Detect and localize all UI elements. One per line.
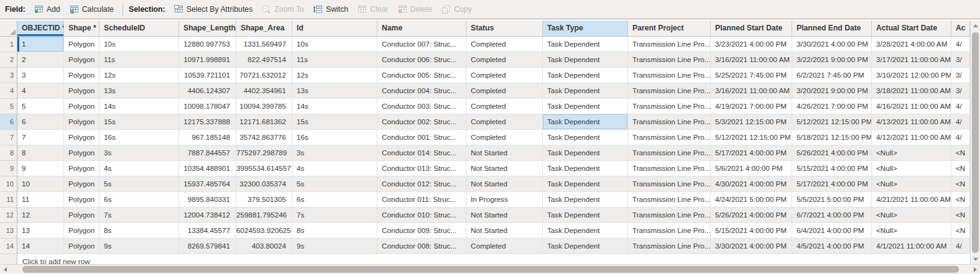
cell-shape_area[interactable]: 6024593.920625 bbox=[236, 223, 292, 239]
cell-actual_end[interactable]: <N bbox=[951, 208, 970, 223]
cell-objectid[interactable]: 13 bbox=[17, 223, 64, 239]
cell-status[interactable]: Not Started bbox=[466, 223, 543, 239]
cell-task_type[interactable]: Task Dependent bbox=[543, 99, 628, 114]
cell-schedule_id[interactable]: 16s bbox=[99, 130, 179, 145]
cell-name[interactable]: Conductor 004: Struc... bbox=[377, 83, 466, 99]
cell-shape[interactable]: Polygon bbox=[64, 176, 99, 192]
cell-actual_end[interactable]: <N bbox=[951, 223, 970, 239]
cell-objectid[interactable]: 4 bbox=[17, 83, 64, 99]
cell-planned_end[interactable]: 5/26/2021 4:00:00 PM bbox=[792, 145, 872, 161]
cell-task_type[interactable]: Task Dependent bbox=[543, 68, 628, 83]
cell-parent_project[interactable]: Transmission Line Pro... bbox=[628, 130, 711, 145]
scroll-up-arrow-icon[interactable] bbox=[971, 21, 980, 30]
cell-actual_start[interactable]: 3/18/2021 11:00:00 AM bbox=[872, 83, 951, 99]
cell-task_type[interactable]: Task Dependent bbox=[543, 114, 628, 130]
cell-actual_end[interactable]: <N bbox=[951, 161, 970, 176]
cell-task_type[interactable]: Task Dependent bbox=[543, 52, 628, 68]
row-number[interactable]: 8 bbox=[0, 145, 17, 161]
cell-id[interactable]: 11s bbox=[292, 52, 377, 68]
cell-planned_end[interactable]: 5/17/2021 4:00:00 PM bbox=[792, 176, 872, 192]
cell-planned_end[interactable]: 4/5/2021 4:00:00 PM bbox=[792, 239, 872, 254]
scroll-left-arrow-icon[interactable] bbox=[0, 265, 10, 274]
row-number[interactable]: 6 bbox=[0, 114, 17, 130]
column-header-objectid[interactable]: OBJECTID * bbox=[17, 21, 64, 37]
cell-parent_project[interactable]: Transmission Line Pro... bbox=[628, 192, 711, 208]
column-header-shape_length[interactable]: Shape_Length bbox=[179, 21, 236, 37]
cell-planned_end[interactable]: 5/5/2021 5:00:00 PM bbox=[792, 192, 872, 208]
cell-name[interactable]: Conductor 011: Struc... bbox=[377, 192, 466, 208]
cell-status[interactable]: Completed bbox=[466, 68, 543, 83]
cell-shape_length[interactable]: 12175.337888 bbox=[179, 114, 236, 130]
cell-shape_length[interactable]: 15937.485764 bbox=[179, 176, 236, 192]
cell-status[interactable]: Completed bbox=[466, 37, 543, 52]
cell-status[interactable]: Not Started bbox=[466, 208, 543, 223]
cell-planned_end[interactable]: 6/2/2021 7:45:00 PM bbox=[792, 68, 872, 83]
cell-task_type[interactable]: Task Dependent bbox=[543, 176, 628, 192]
cell-objectid[interactable]: 7 bbox=[17, 130, 64, 145]
vertical-scrollbar-thumb[interactable] bbox=[972, 32, 979, 253]
cell-shape_area[interactable]: 775297.298789 bbox=[236, 145, 292, 161]
add-button[interactable]: Add bbox=[29, 2, 65, 16]
cell-planned_start[interactable]: 5/17/2021 4:00:00 PM bbox=[711, 145, 792, 161]
cell-shape_area[interactable]: 1331.569497 bbox=[236, 37, 292, 52]
cell-id[interactable]: 16s bbox=[292, 130, 377, 145]
cell-parent_project[interactable]: Transmission Line Pro... bbox=[628, 37, 711, 52]
cell-parent_project[interactable]: Transmission Line Pro... bbox=[628, 223, 711, 239]
cell-shape_length[interactable]: 13384.45577 bbox=[179, 223, 236, 239]
cell-actual_start[interactable]: <Null> bbox=[872, 145, 951, 161]
cell-objectid[interactable]: 14 bbox=[17, 239, 64, 254]
cell-planned_end[interactable]: 3/20/2021 9:00:00 PM bbox=[792, 83, 872, 99]
cell-shape_area[interactable]: 379.501305 bbox=[236, 192, 292, 208]
cell-shape[interactable]: Polygon bbox=[64, 130, 99, 145]
cell-shape[interactable]: Polygon bbox=[64, 37, 99, 52]
cell-objectid[interactable]: 9 bbox=[17, 161, 64, 176]
cell-name[interactable]: Conductor 014: Struc... bbox=[377, 145, 466, 161]
cell-shape[interactable]: Polygon bbox=[64, 99, 99, 114]
cell-actual_start[interactable]: <Null> bbox=[872, 208, 951, 223]
cell-planned_end[interactable]: 4/26/2021 7:00:00 PM bbox=[792, 99, 872, 114]
cell-schedule_id[interactable]: 6s bbox=[99, 192, 179, 208]
cell-shape[interactable]: Polygon bbox=[64, 145, 99, 161]
cell-name[interactable]: Conductor 010: Struc... bbox=[377, 208, 466, 223]
cell-planned_start[interactable]: 5/3/2021 12:15:00 PM bbox=[711, 114, 792, 130]
column-header-schedule_id[interactable]: ScheduleID bbox=[99, 21, 179, 37]
cell-objectid[interactable]: 10 bbox=[17, 176, 64, 192]
cell-task_type[interactable]: Task Dependent bbox=[543, 161, 628, 176]
cell-schedule_id[interactable]: 3s bbox=[99, 145, 179, 161]
cell-schedule_id[interactable]: 4s bbox=[99, 161, 179, 176]
cell-task_type[interactable]: Task Dependent bbox=[543, 192, 628, 208]
cell-planned_end[interactable]: 6/7/2021 4:00:00 PM bbox=[792, 208, 872, 223]
cell-actual_start[interactable]: 4/1/2021 11:00:00 AM bbox=[872, 239, 951, 254]
add-new-row[interactable]: Click to add new row bbox=[0, 254, 970, 264]
cell-schedule_id[interactable]: 15s bbox=[99, 114, 179, 130]
cell-schedule_id[interactable]: 5s bbox=[99, 176, 179, 192]
cell-status[interactable]: Completed bbox=[466, 99, 543, 114]
row-number[interactable]: 14 bbox=[0, 239, 17, 254]
cell-task_type[interactable]: Task Dependent bbox=[543, 223, 628, 239]
cell-shape_area[interactable]: 10094.399785 bbox=[236, 99, 292, 114]
row-number[interactable]: 10 bbox=[0, 176, 17, 192]
cell-objectid[interactable]: 3 bbox=[17, 68, 64, 83]
cell-parent_project[interactable]: Transmission Line Pro... bbox=[628, 83, 711, 99]
cell-status[interactable]: Completed bbox=[466, 130, 543, 145]
cell-planned_end[interactable]: 5/15/2021 4:00:00 PM bbox=[792, 161, 872, 176]
cell-schedule_id[interactable]: 11s bbox=[99, 52, 179, 68]
cell-status[interactable]: Completed bbox=[466, 239, 543, 254]
cell-id[interactable]: 9s bbox=[292, 239, 377, 254]
cell-id[interactable]: 3s bbox=[292, 145, 377, 161]
cell-task_type[interactable]: Task Dependent bbox=[543, 145, 628, 161]
cell-parent_project[interactable]: Transmission Line Pro... bbox=[628, 68, 711, 83]
cell-id[interactable]: 8s bbox=[292, 223, 377, 239]
cell-actual_start[interactable]: <Null> bbox=[872, 161, 951, 176]
cell-actual_start[interactable]: <Null> bbox=[872, 223, 951, 239]
cell-parent_project[interactable]: Transmission Line Pro... bbox=[628, 52, 711, 68]
cell-name[interactable]: Conductor 001: Struc... bbox=[377, 130, 466, 145]
column-header-planned_end[interactable]: Planned End Date bbox=[792, 21, 872, 37]
cell-actual_end[interactable]: 4/ bbox=[951, 37, 970, 52]
cell-actual_end[interactable]: 3/ bbox=[951, 52, 970, 68]
calculate-button[interactable]: Calculate bbox=[65, 2, 118, 16]
cell-id[interactable]: 10s bbox=[292, 37, 377, 52]
column-header-shape[interactable]: Shape * bbox=[64, 21, 99, 37]
cell-shape_area[interactable]: 259881.795246 bbox=[236, 208, 292, 223]
cell-shape_length[interactable]: 10354.488901 bbox=[179, 161, 236, 176]
